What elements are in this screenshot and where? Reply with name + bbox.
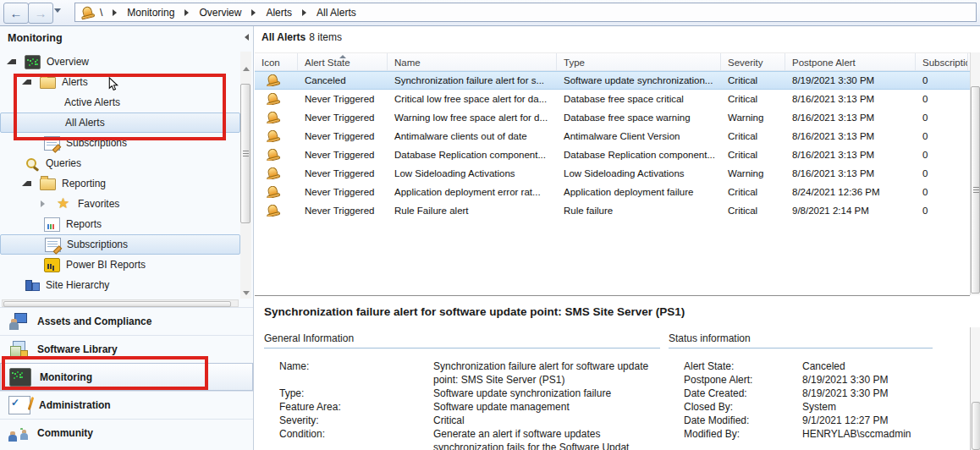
scroll-up-icon[interactable] (243, 67, 250, 71)
workspace-item[interactable]: Assets and Compliance (0, 307, 253, 335)
cell-subscription: 0 (916, 150, 968, 160)
workspace-item[interactable]: Administration (0, 391, 253, 419)
column-header-severity[interactable]: Severity (721, 53, 785, 72)
tree-item[interactable]: Active Alerts (0, 92, 240, 112)
scrollbar-thumb[interactable] (3, 301, 231, 307)
table-row[interactable]: Never Triggered Critical low free space … (255, 90, 970, 108)
site-hierarchy-icon (25, 279, 40, 292)
cell-name: Application deployment error rat... (388, 187, 557, 197)
tree-item[interactable]: Power BI Reports (0, 255, 240, 275)
list-scrollbar[interactable] (970, 52, 980, 295)
details-scrollbar[interactable] (970, 327, 980, 450)
alert-bell-icon (265, 167, 280, 179)
field-label: Alert State: (669, 359, 802, 373)
cell-type: Antimalware Client Version (557, 131, 721, 141)
scrollbar-grip-icon (973, 187, 979, 193)
forward-arrow-icon (35, 7, 47, 19)
chevron-down-icon (54, 8, 61, 13)
column-header-subscription[interactable]: Subscriptio (916, 53, 968, 72)
column-header-type[interactable]: Type (557, 53, 721, 72)
cell-alert-state: Never Triggered (298, 94, 388, 104)
workspace-buttons: Assets and Compliance Software Library M… (0, 307, 253, 447)
sidebar-scrollbar[interactable] (240, 52, 251, 299)
alerts-table: Canceled Synchronization failure alert f… (255, 71, 970, 220)
sidebar-header: Monitoring (0, 26, 253, 50)
field-label: Feature Area: (264, 400, 433, 414)
forward-button[interactable] (28, 3, 53, 24)
tree-item[interactable]: Favorites (0, 194, 240, 214)
navigation-tree: Overview Alerts Active Alerts (0, 52, 240, 299)
tree-item[interactable]: Overview (0, 52, 240, 72)
breadcrumb-item[interactable]: Monitoring (102, 7, 174, 19)
field-value: Canceled (802, 359, 929, 373)
table-row[interactable]: Never Triggered Application deployment e… (255, 183, 970, 201)
tree-item[interactable]: Subscriptions (0, 133, 240, 153)
scrollbar-thumb[interactable] (971, 86, 980, 294)
table-row[interactable]: Never Triggered Rule Failure alert Rule … (255, 201, 970, 220)
tree-expander-icon[interactable] (7, 59, 16, 64)
column-header-icon[interactable]: Icon (255, 53, 298, 72)
tree-item[interactable]: Reports (0, 214, 240, 234)
tree-expander-icon[interactable] (22, 181, 31, 186)
table-row[interactable]: Never Triggered Low Sideloading Activati… (255, 164, 970, 183)
folder-icon (40, 77, 56, 89)
column-header-alert-state[interactable]: Alert State (298, 53, 388, 72)
cell-name: Antimalware clients out of date (388, 131, 557, 141)
back-button[interactable] (3, 3, 29, 24)
field-label: Name: (264, 359, 433, 387)
tree-item[interactable]: Subscriptions (0, 234, 240, 255)
tree-item[interactable]: Queries (0, 153, 240, 173)
bell-icon (45, 117, 59, 129)
software-icon (8, 341, 29, 358)
alert-bell-icon (265, 205, 280, 217)
cell-type: Application deployment failure (557, 187, 721, 197)
horizontal-scrollbar[interactable] (2, 299, 239, 307)
scrollbar-thumb[interactable] (240, 84, 251, 223)
breadcrumb-item[interactable]: Alerts (241, 7, 292, 19)
table-row[interactable]: Never Triggered Database Replication com… (255, 145, 970, 164)
workspace-item[interactable]: Software Library (0, 335, 253, 363)
sidebar-title: Monitoring (8, 32, 63, 44)
field-value: System (802, 400, 929, 414)
column-header-name[interactable]: Name (388, 53, 557, 72)
cell-severity: Critical (721, 206, 785, 216)
tree-item[interactable]: Site Hierarchy (0, 275, 240, 295)
tree-expander-icon[interactable] (22, 80, 31, 85)
table-row[interactable]: Never Triggered Warning low free space a… (255, 108, 970, 127)
detail-field: Date Created: 8/19/2021 3:30 PM (669, 387, 933, 400)
history-dropdown-button[interactable] (54, 8, 64, 17)
tree-item[interactable]: Alerts (0, 72, 240, 92)
tree-expander-icon[interactable] (41, 200, 49, 207)
detail-field: Type: Software update synchronization fa… (264, 387, 660, 400)
tree-item[interactable]: Reporting (0, 173, 240, 194)
cell-postpone-alert: 8/16/2021 3:13 PM (785, 112, 916, 123)
column-header-postpone-alert[interactable]: Postpone Alert (785, 53, 916, 72)
detail-field: Name: Synchronization failure alert for … (264, 359, 660, 387)
breadcrumb-item[interactable]: Overview (174, 7, 241, 19)
field-label: Severity: (264, 414, 433, 427)
section-heading: Status information (669, 332, 933, 348)
alert-bell-icon (265, 112, 280, 123)
workspace-item[interactable]: Community (0, 419, 253, 447)
field-value: Software update management (433, 400, 655, 414)
field-label: Date Created: (669, 387, 802, 400)
tree-item[interactable]: All Alerts (0, 112, 240, 133)
collapse-panel-icon[interactable] (245, 34, 249, 41)
breadcrumb: \ Monitoring Overview Alerts All Alerts (74, 3, 977, 22)
chevron-right-icon (302, 9, 306, 16)
field-value: Generate an alert if software updates sy… (433, 427, 655, 450)
scrollbar-thumb[interactable] (972, 402, 980, 450)
breadcrumb-item[interactable]: All Alerts (292, 7, 356, 19)
section-heading: General Information (264, 332, 660, 348)
alert-bell-icon (80, 5, 95, 19)
table-row[interactable]: Canceled Synchronization failure alert f… (255, 71, 970, 90)
scroll-down-icon[interactable] (243, 291, 250, 295)
workspace-item[interactable]: Monitoring (0, 363, 253, 391)
pane-divider[interactable] (255, 295, 970, 296)
field-value: Software update synchronization failure (433, 387, 655, 400)
cell-subscription: 0 (916, 112, 968, 123)
administration-icon (8, 396, 30, 414)
star-icon (58, 198, 72, 211)
table-row[interactable]: Never Triggered Antimalware clients out … (255, 127, 970, 145)
general-fields: Name: Synchronization failure alert for … (264, 359, 660, 450)
